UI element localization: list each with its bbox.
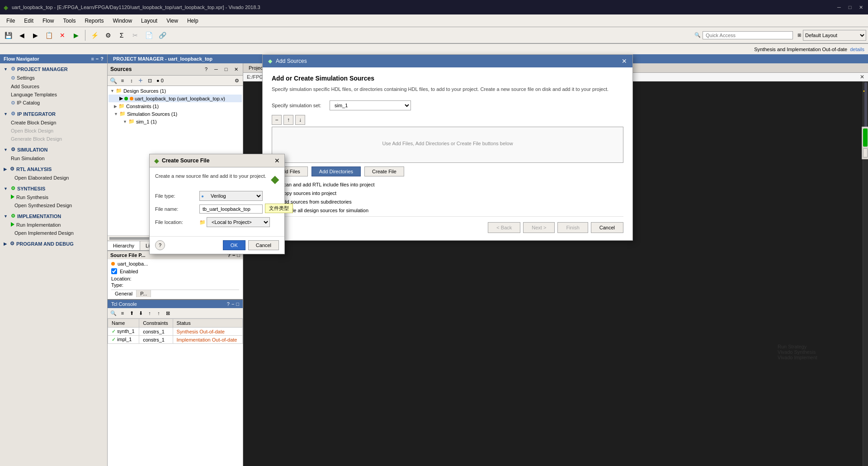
menu-tools[interactable]: Tools (58, 16, 80, 26)
quick-access-input[interactable] (703, 31, 793, 39)
sources-filter-btn[interactable]: ≡ (118, 76, 127, 85)
nav-ip-catalog[interactable]: ⚙ IP Catalog (0, 99, 107, 107)
sfp-tab-general[interactable]: General (111, 290, 137, 297)
sources-refresh-btn[interactable]: ⊡ (146, 76, 154, 85)
file-path-close-icon[interactable]: ✕ (860, 74, 864, 80)
sources-close-btn[interactable]: ✕ (232, 65, 240, 73)
add-directories-btn[interactable]: Add Directories (311, 166, 361, 176)
details-link[interactable]: details (850, 47, 864, 52)
file-type-select[interactable]: Verilog VHDL SystemVerilog (199, 191, 263, 201)
nav-run-synthesis[interactable]: Run Synthesis (0, 193, 107, 201)
tcl-search-btn[interactable]: 🔍 (109, 309, 118, 317)
sources-restore-btn[interactable]: □ (222, 65, 230, 73)
add-sources-close-btn[interactable]: ✕ (622, 57, 627, 65)
nav-generate-block-design[interactable]: Generate Block Design (0, 135, 107, 143)
save-button[interactable]: 💾 (2, 29, 14, 42)
simulation-set-select[interactable]: sim_1 (330, 100, 411, 110)
finish-btn[interactable]: Finish (557, 222, 588, 233)
settings-button[interactable]: ⚙ (102, 29, 114, 42)
menu-layout[interactable]: Layout (137, 16, 162, 26)
sources-settings-btn[interactable]: ⚙ (233, 76, 241, 85)
sigma-button[interactable]: Σ (115, 29, 128, 42)
table-minus-btn[interactable]: − (272, 115, 282, 125)
nav-add-sources[interactable]: Add Sources (0, 82, 107, 90)
tcl-down-btn[interactable]: ⬇ (137, 309, 145, 317)
paste-button[interactable]: 📄 (142, 29, 155, 42)
close-source-button[interactable]: ✕ (56, 29, 69, 42)
file-location-select[interactable]: <Local to Project> (207, 217, 270, 227)
flow-nav-minus[interactable]: − (96, 56, 99, 62)
sources-search-btn[interactable]: 🔍 (109, 76, 118, 85)
nav-group-project-manager[interactable]: ▼ ⚙ PROJECT MANAGER (0, 64, 107, 74)
tcl-expand-btn[interactable]: ⬆ (127, 309, 136, 317)
csf-ok-btn[interactable]: OK (223, 240, 245, 250)
back-button[interactable]: ◀ (15, 29, 28, 42)
nav-group-rtl[interactable]: ▶ ⚙ RTL ANALYSIS (0, 164, 107, 174)
nav-run-simulation[interactable]: Run Simulation (0, 154, 107, 162)
tcl-filter-btn[interactable]: ≡ (118, 309, 127, 317)
nav-open-elaborated[interactable]: Open Elaborated Design (0, 174, 107, 182)
file-name-input[interactable] (199, 204, 263, 214)
sfp-enabled-checkbox[interactable] (111, 268, 117, 274)
menu-file[interactable]: File (2, 16, 19, 26)
table-down-btn[interactable]: ↓ (295, 115, 305, 125)
nav-run-implementation[interactable]: Run Implementation (0, 221, 107, 229)
nav-group-implementation[interactable]: ▼ ⚙ IMPLEMENTATION (0, 211, 107, 221)
csf-cancel-btn[interactable]: Cancel (248, 240, 279, 250)
tree-uart-loopback-top[interactable]: ▶ uart_loopback_top (uart_loopback_top.v… (108, 95, 242, 102)
nav-group-program[interactable]: ▶ ⚙ PROGRAM AND DEBUG (0, 239, 107, 248)
sources-help-btn[interactable]: ? (202, 65, 210, 73)
nav-group-simulation[interactable]: ▼ ⚙ SIMULATION (0, 145, 107, 154)
tree-design-sources[interactable]: ▼ 📁 Design Sources (1) (108, 87, 242, 95)
tree-simulation-sources[interactable]: ▼ 📁 Simulation Sources (1) (108, 110, 242, 118)
nav-group-ip-integrator[interactable]: ▼ ⚙ IP INTEGRATOR (0, 109, 107, 119)
nav-settings[interactable]: ⚙ Settings (0, 74, 107, 82)
tcl-up-btn[interactable]: ↑ (146, 309, 154, 317)
copy-button[interactable]: 📋 (42, 29, 55, 42)
program-button[interactable]: ⚡ (88, 29, 101, 42)
menu-window[interactable]: Window (108, 16, 137, 26)
menu-view[interactable]: View (162, 16, 183, 26)
maximize-button[interactable]: □ (846, 4, 854, 11)
link-button[interactable]: 🔗 (156, 29, 169, 42)
tab-hierarchy[interactable]: Hierarchy (108, 241, 140, 250)
close-button[interactable]: ✕ (857, 4, 864, 11)
tree-sim1[interactable]: ▼ 📁 sim_1 (1) (108, 118, 242, 125)
menu-flow[interactable]: Flow (38, 16, 58, 26)
csf-help-btn[interactable]: ? (155, 240, 165, 250)
nav-group-synthesis[interactable]: ▼ ⚙ SYNTHESIS (0, 184, 107, 193)
sources-minimize-btn[interactable]: ─ (212, 65, 220, 73)
cancel-btn[interactable]: Cancel (591, 222, 623, 233)
layout-select[interactable]: Default Layout (803, 30, 866, 41)
nav-open-implemented[interactable]: Open Implemented Design (0, 229, 107, 237)
nav-language-templates[interactable]: Language Templates (0, 90, 107, 99)
tcl-restore-icon[interactable]: □ (236, 301, 239, 307)
nav-open-synthesized[interactable]: Open Synthesized Design (0, 201, 107, 209)
table-up-btn[interactable]: ↑ (283, 115, 293, 125)
menu-help[interactable]: Help (183, 16, 203, 26)
nav-create-block-design[interactable]: Create Block Design (0, 119, 107, 127)
flow-nav-pin[interactable]: ≡ (91, 56, 94, 62)
tcl-help-icon[interactable]: ? (227, 301, 230, 307)
run-button[interactable]: ▶ (70, 29, 82, 42)
menu-edit[interactable]: Edit (19, 16, 38, 26)
sources-sort-btn[interactable]: ↕ (127, 76, 136, 85)
menu-reports[interactable]: Reports (80, 16, 108, 26)
tcl-minimize-icon[interactable]: − (231, 301, 234, 307)
sources-add-btn[interactable]: + (137, 76, 145, 85)
tcl-clear-btn[interactable]: ⊠ (164, 309, 172, 317)
forward-button[interactable]: ▶ (29, 29, 42, 42)
minimize-button[interactable]: ─ (835, 4, 843, 11)
sfp-tab-p[interactable]: P... (137, 290, 151, 297)
tree-constraints[interactable]: ▶ 📁 Constraints (1) (108, 102, 242, 110)
create-file-btn[interactable]: Create File (364, 166, 404, 176)
back-btn[interactable]: < Back (488, 222, 520, 233)
nav-open-block-design[interactable]: Open Block Design (0, 127, 107, 135)
create-source-close-btn[interactable]: ✕ (274, 157, 280, 164)
cut-button[interactable]: ✂ (129, 29, 142, 42)
table-row[interactable]: ✓ impl_1 constrs_1 Implementation Out-of… (108, 336, 243, 344)
tcl-up2-btn[interactable]: ↑ (155, 309, 163, 317)
table-row[interactable]: ✓ synth_1 constrs_1 Synthesis Out-of-dat… (108, 328, 243, 336)
next-btn[interactable]: Next > (523, 222, 555, 233)
flow-nav-question[interactable]: ? (100, 56, 104, 62)
